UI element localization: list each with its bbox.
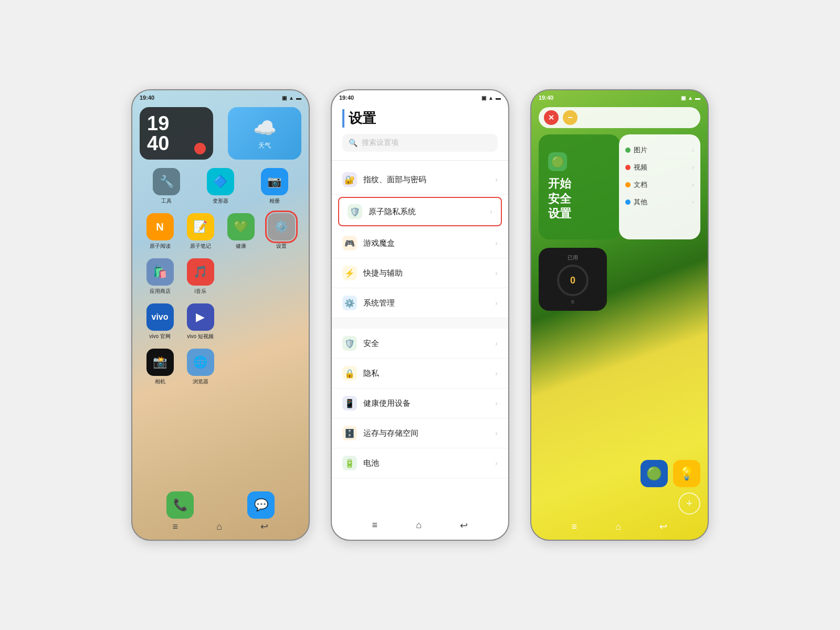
battery-icon: ▬ [296, 95, 301, 101]
weather-widget[interactable]: ☁️ 天气 [228, 107, 301, 160]
settings-nav-back[interactable]: ↩ [460, 520, 468, 531]
app-item-tools[interactable]: 🔧 工具 [150, 168, 183, 205]
settings-header: 设置 🔍 搜索设置项 [332, 103, 508, 156]
nav-back-icon[interactable]: ↩ [260, 521, 268, 532]
settings-nav-home[interactable]: ⌂ [416, 520, 422, 531]
images-dot [625, 148, 631, 153]
files-item-docs[interactable]: 文档 › [625, 176, 694, 194]
battery-icon-3: ▬ [695, 95, 700, 101]
files-item-images[interactable]: 图片 › [625, 142, 694, 159]
status-bar-3: 19:40 ▣ ▲ ▬ [531, 90, 708, 103]
app-icon-settings: ⚙️ [268, 213, 295, 240]
nav3-menu[interactable]: ≡ [572, 521, 578, 532]
app-item-vivo-official[interactable]: vivo vivo 官网 [143, 303, 177, 340]
status-icons-3: ▣ ▲ ▬ [681, 95, 700, 101]
health-device-label: 健康使用设备 [363, 398, 495, 408]
atom-privacy-label: 原子隐私系统 [369, 207, 490, 217]
files-widget[interactable]: 图片 › 视频 › 文档 › 其他 › [619, 134, 700, 239]
close-bar: ✕ − [539, 107, 700, 128]
nav3-home[interactable]: ⌂ [615, 521, 621, 532]
app-item-transform[interactable]: 🔷 变形器 [204, 168, 237, 205]
app-item-health[interactable]: 💚 健康 [224, 213, 258, 250]
settings-item-atom-privacy[interactable]: 🛡️ 原子隐私系统 › [338, 197, 502, 226]
clock-time: 19 40 [147, 113, 169, 153]
search-bar[interactable]: 🔍 搜索设置项 [342, 134, 498, 152]
settings-item-gamebox[interactable]: 🎮 游戏魔盒 › [332, 228, 508, 258]
app-item-music[interactable]: 🎵 i音乐 [184, 258, 217, 295]
storage-ring: 0 [557, 265, 589, 296]
videos-arrow: › [692, 164, 694, 171]
app-row-widgets: 🔧 工具 🔷 变形器 📷 相册 [140, 168, 301, 205]
settings-item-security[interactable]: 🛡️ 安全 › [332, 329, 508, 359]
files-item-videos[interactable]: 视频 › [625, 159, 694, 176]
settings-item-storage[interactable]: 🗄️ 运存与存储空间 › [332, 418, 508, 448]
dock-phone[interactable]: 📞 [163, 491, 197, 519]
quickassist-chevron: › [495, 269, 498, 277]
settings-item-battery[interactable]: 🔋 电池 › [332, 448, 508, 478]
app-icon-health: 💚 [227, 213, 255, 240]
app-icon-tools: 🔧 [153, 168, 180, 195]
search-placeholder: 搜索设置项 [362, 138, 398, 148]
status-bar-1: 19:40 ▣ ▲ ▬ [132, 90, 309, 103]
storage-widget[interactable]: 已用 0 B [539, 248, 607, 311]
settings-title: 设置 [342, 109, 498, 128]
phone3-app-vivo[interactable]: 🟢 [640, 460, 668, 487]
clock-minute: 40 [147, 132, 169, 154]
storage-label: 运存与存储空间 [363, 428, 495, 438]
settings-item-health-device[interactable]: 📱 健康使用设备 › [332, 388, 508, 418]
minimize-button[interactable]: − [563, 110, 578, 125]
weather-cloud-icon: ☁️ [253, 117, 277, 139]
app-label-reading: 原子阅读 [143, 243, 177, 250]
status-bar-2: 19:40 ▣ ▲ ▬ [332, 90, 508, 103]
other-arrow: › [692, 198, 694, 206]
settings-item-privacy[interactable]: 🔒 隐私 › [332, 359, 508, 388]
phone3-app-light[interactable]: 💡 [673, 460, 700, 487]
app-item-photos[interactable]: 📷 相册 [258, 168, 291, 205]
app-item-browser[interactable]: 🌐 浏览器 [184, 349, 217, 385]
nav-home-icon[interactable]: ⌂ [216, 521, 222, 532]
signal-icon-3: ▲ [688, 95, 693, 101]
security-chevron: › [495, 339, 498, 348]
green-line-2: 安全 [548, 192, 571, 205]
app-item-camera[interactable]: 📸 相机 [143, 349, 177, 385]
settings-nav-menu[interactable]: ≡ [372, 520, 378, 531]
settings-item-systemmgmt[interactable]: ⚙️ 系统管理 › [332, 288, 508, 318]
atom-privacy-chevron: › [490, 207, 492, 216]
app-item-reading[interactable]: N 原子阅读 [143, 213, 177, 250]
security-icon: 🛡️ [342, 336, 357, 351]
settings-item-quickassist[interactable]: ⚡ 快捷与辅助 › [332, 258, 508, 288]
green-safety-widget[interactable]: 🟢 开始 安全 设置 [539, 134, 620, 239]
app-label-music: i音乐 [184, 288, 217, 295]
app-item-empty2 [265, 258, 298, 295]
app-icon-reading: N [146, 213, 174, 240]
app-item-atom-notes[interactable]: 📝 原子笔记 [184, 213, 217, 250]
app-label-camera: 相机 [143, 378, 177, 385]
app-icon-browser: 🌐 [187, 349, 214, 376]
dock: 📞 💬 [140, 491, 301, 519]
app-item-appstore[interactable]: 🛍️ 应用商店 [143, 258, 177, 295]
nav-bar-1: ≡ ⌂ ↩ [132, 518, 309, 536]
nav3-back[interactable]: ↩ [659, 521, 667, 532]
dock-message-icon: 💬 [247, 491, 275, 519]
gamebox-chevron: › [495, 239, 498, 247]
app-label-vivo-official: vivo 官网 [143, 333, 177, 340]
app-icon-camera: 📸 [146, 349, 174, 376]
add-widget-button[interactable]: + [678, 492, 700, 514]
other-dot [625, 200, 631, 205]
app-item-empty1 [224, 258, 258, 295]
app-item-settings[interactable]: ⚙️ 设置 [265, 213, 298, 250]
app-icon-appstore: 🛍️ [146, 258, 174, 286]
systemmgmt-icon: ⚙️ [342, 296, 357, 310]
app-icon-atom-notes: 📝 [187, 213, 214, 240]
dock-message[interactable]: 💬 [244, 491, 278, 519]
storage-chevron: › [495, 429, 498, 437]
fingerprint-label: 指纹、面部与密码 [363, 175, 495, 185]
close-button[interactable]: ✕ [544, 110, 559, 125]
files-item-other[interactable]: 其他 › [625, 194, 694, 211]
app-item-empty4 [265, 303, 298, 340]
settings-item-fingerprint[interactable]: 🔐 指纹、面部与密码 › [332, 165, 508, 195]
nav-menu-icon[interactable]: ≡ [173, 521, 178, 532]
settings-nav: ≡ ⌂ ↩ [332, 516, 508, 536]
app-item-vivo-video[interactable]: ▶ vivo 短视频 [184, 303, 217, 340]
app-label-appstore: 应用商店 [143, 288, 177, 295]
